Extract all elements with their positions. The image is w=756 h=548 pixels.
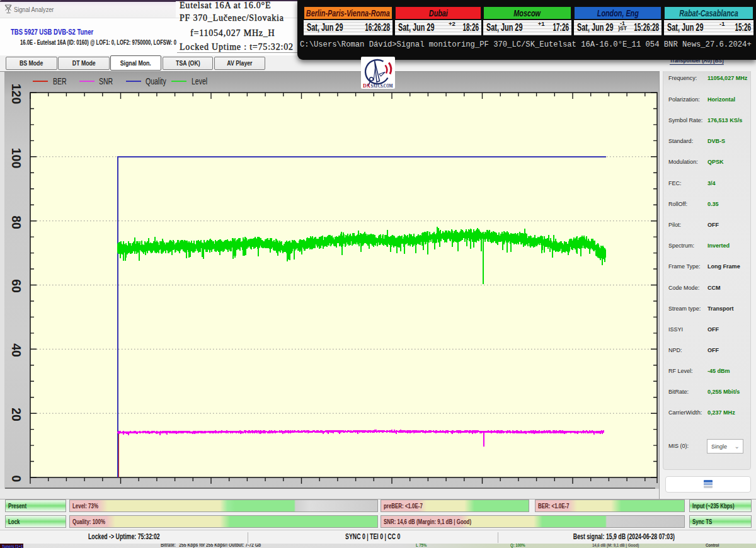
svg-text:100: 100 bbox=[9, 148, 23, 169]
svg-text:20: 20 bbox=[9, 408, 23, 421]
svg-text:120: 120 bbox=[9, 84, 23, 105]
svg-text:SATCS.COM: SATCS.COM bbox=[371, 83, 393, 89]
svg-text:0: 0 bbox=[9, 476, 23, 482]
svg-text:60: 60 bbox=[9, 279, 23, 293]
svg-text:40: 40 bbox=[9, 343, 23, 357]
svg-text:DX: DX bbox=[363, 83, 370, 89]
svg-text:80: 80 bbox=[9, 215, 23, 229]
